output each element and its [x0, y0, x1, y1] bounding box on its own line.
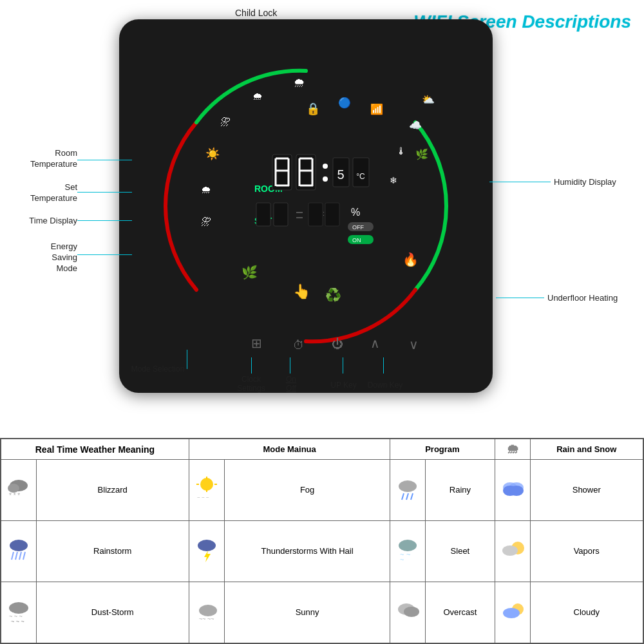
up-key-label: UP Key — [326, 381, 361, 390]
svg-point-68 — [399, 480, 417, 492]
shower-icon — [495, 460, 530, 521]
svg-text:⊞: ⊞ — [251, 336, 262, 350]
svg-text:OFF: OFF — [352, 224, 364, 231]
svg-text:🌿: 🌿 — [242, 265, 258, 280]
clock-settings-line — [251, 357, 252, 374]
sunny-icon: ~~ ~~ — [189, 582, 224, 643]
mode-selection-label: Mode Selection — [129, 365, 187, 374]
svg-text:📶: 📶 — [370, 103, 383, 115]
top-section: WIFI Screen Descriptions Child Lock 🌨 🌧 … — [0, 0, 644, 438]
svg-text:∧: ∧ — [370, 336, 380, 350]
weather-table-container: Real Time Weather Meaning Mode Mainua Pr… — [0, 438, 644, 644]
mode-sel-line — [187, 350, 187, 369]
svg-text:%: % — [351, 207, 360, 218]
svg-text:🌡: 🌡 — [396, 146, 406, 156]
svg-text:⛅: ⛅ — [422, 93, 435, 106]
vapors-label: Vapors — [530, 520, 643, 582]
svg-marker-82 — [204, 551, 211, 562]
svg-line-69 — [402, 493, 404, 500]
svg-text:🌧: 🌧 — [252, 91, 263, 102]
svg-text:~~ ~~: ~~ ~~ — [199, 616, 214, 622]
svg-text:🌿: 🌿 — [415, 148, 428, 160]
svg-text:~ ~ ~: ~ ~ ~ — [11, 618, 24, 623]
svg-line-70 — [406, 493, 408, 500]
svg-point-95 — [404, 607, 419, 617]
svg-text:∨: ∨ — [409, 337, 419, 352]
rainy-label: Rainy — [426, 460, 495, 521]
svg-text:~: ~ — [406, 551, 410, 558]
svg-text:🌧: 🌧 — [201, 184, 211, 195]
svg-text:°C: °C — [356, 172, 365, 181]
svg-text:🔥: 🔥 — [402, 252, 419, 267]
room-temp-label: RoomTemperature — [3, 148, 77, 170]
up-key-line — [343, 357, 343, 374]
humidity-label: Humidity Display — [554, 177, 638, 187]
svg-text:ON: ON — [352, 237, 361, 243]
svg-text:🔒: 🔒 — [306, 102, 321, 116]
table-row: ~ ~ ~ ~ ~ ~ Dust-Storm ~~ ~~ Sunny — [1, 582, 643, 643]
svg-text:♻️: ♻️ — [325, 287, 341, 303]
svg-text:👆: 👆 — [293, 283, 311, 300]
svg-line-77 — [12, 552, 14, 560]
cloudy-icon — [495, 582, 530, 643]
svg-line-79 — [19, 552, 21, 560]
thunderstorm-label: Thunderstorms With Hail — [224, 520, 390, 582]
svg-text:~ ~ ~: ~ ~ ~ — [197, 495, 209, 499]
svg-text:⛈: ⛈ — [201, 216, 211, 227]
header-program: Program — [390, 439, 495, 460]
svg-point-92 — [199, 605, 217, 616]
fog-label: Fog — [224, 460, 390, 521]
clock-settings-label: ClockSettings — [232, 375, 270, 393]
sunny-label: Sunny — [224, 582, 390, 643]
svg-text:5: 5 — [337, 167, 344, 182]
underfloor-label: Underfloor Heating — [547, 293, 638, 303]
overcast-icon — [390, 582, 426, 643]
svg-text:⏱: ⏱ — [293, 339, 305, 352]
blizzard-label: Blizzard — [36, 460, 189, 521]
svg-point-76 — [10, 540, 28, 551]
device: 🌨 🌧 ⛈ ☀️ 🌧 ⛈ ROOM SET 🌡 🌿 ☁️ ❄ 📶 — [119, 19, 493, 393]
svg-text:🔵: 🔵 — [338, 97, 351, 109]
time-display-line — [77, 220, 132, 221]
svg-line-71 — [411, 493, 413, 500]
header-mode: Mode Mainua — [189, 439, 390, 460]
svg-text:⏻: ⏻ — [332, 337, 343, 350]
svg-text:☀️: ☀️ — [205, 147, 220, 161]
sleet-icon: ~ ~ ~ — [390, 520, 426, 582]
svg-point-83 — [399, 540, 417, 551]
svg-rect-38 — [256, 203, 270, 226]
svg-rect-42 — [325, 203, 339, 226]
sleet-label: Sleet — [426, 520, 495, 582]
rainy-icon — [390, 460, 426, 521]
shower-label: Shower — [530, 460, 643, 521]
svg-point-60 — [8, 484, 19, 493]
table-row: Rainstorm Thunderstorms With Hail ~ ~ ~ — [1, 520, 643, 582]
overcast-label: Overcast — [426, 582, 495, 643]
svg-text:☁️: ☁️ — [409, 119, 422, 131]
energy-saving-line — [77, 254, 132, 255]
table-row: * * * Blizzard ~ ~ ~ Fog — [1, 460, 643, 521]
rainstorm-icon — [1, 520, 36, 582]
fog-icon: ~ ~ ~ — [189, 460, 224, 521]
energy-saving-label: EnergySavingMode — [3, 242, 77, 274]
thunderstorm-icon — [189, 520, 224, 582]
svg-rect-39 — [274, 203, 288, 226]
svg-rect-41 — [308, 203, 323, 226]
humidity-line — [489, 182, 551, 182]
underfloor-line — [496, 298, 544, 298]
child-lock-label: Child Lock — [235, 8, 277, 18]
down-key-label: Down Key — [366, 381, 404, 390]
header-rain-snow-icon: 🌧 — [495, 439, 530, 460]
cloudy-label: Cloudy — [530, 582, 643, 643]
header-weather-meaning: Real Time Weather Meaning — [1, 439, 189, 460]
svg-point-89 — [9, 602, 28, 614]
blizzard-icon: * * * — [1, 460, 36, 521]
svg-point-81 — [198, 540, 216, 551]
set-temp-line — [77, 192, 132, 193]
down-key-line — [383, 357, 384, 374]
svg-text:* * *: * * * — [9, 492, 20, 499]
rainstorm-label: Rainstorm — [36, 520, 189, 582]
svg-text:🌨: 🌨 — [294, 77, 305, 90]
time-display-label: Time Display — [3, 216, 77, 225]
svg-text:❄: ❄ — [390, 175, 397, 185]
